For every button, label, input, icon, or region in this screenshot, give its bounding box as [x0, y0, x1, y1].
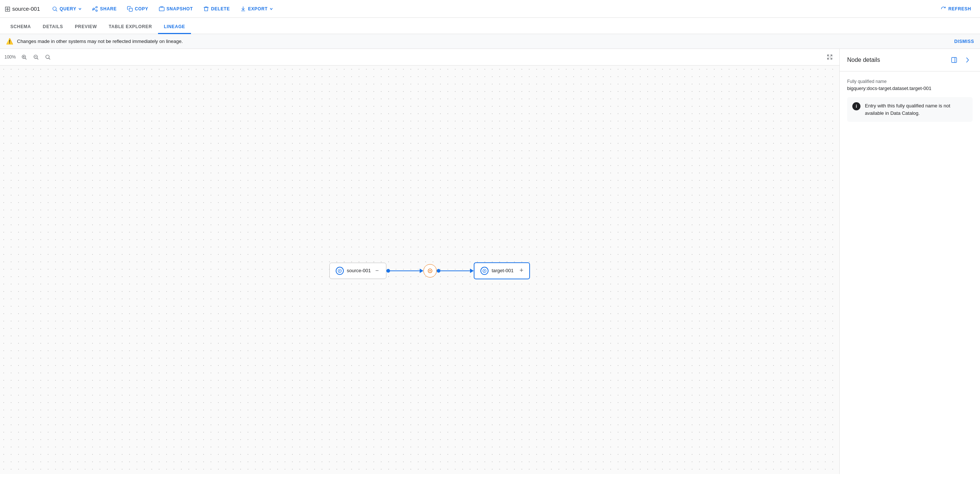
export-button[interactable]: EXPORT — [236, 4, 278, 14]
tabs-bar: SCHEMA DETAILS PREVIEW TABLE EXPLORER LI… — [0, 18, 980, 34]
export-dropdown-icon — [269, 7, 273, 11]
connector-arrow-1 — [420, 268, 423, 273]
connector-1 — [387, 268, 423, 273]
svg-line-20 — [49, 58, 50, 59]
svg-rect-27 — [951, 57, 957, 62]
fqn-field: Fully qualified name bigquery:docs-targe… — [847, 79, 973, 91]
svg-line-13 — [25, 58, 26, 59]
zoom-in-button[interactable] — [19, 52, 29, 62]
query-button[interactable]: QUERY — [48, 4, 86, 14]
connector-line-1 — [390, 270, 420, 271]
panel-expand-button[interactable] — [949, 55, 959, 65]
snapshot-icon — [159, 6, 165, 12]
grid-icon: ⊞ — [5, 5, 11, 13]
delete-icon — [203, 6, 209, 12]
connector-dot-2 — [437, 269, 441, 273]
svg-rect-9 — [129, 8, 132, 11]
source-node[interactable]: source-001 − — [329, 263, 387, 279]
source-node-collapse[interactable]: − — [375, 267, 379, 274]
zoom-in-icon — [21, 54, 27, 60]
refresh-button[interactable]: REFRESH — [936, 4, 975, 14]
toolbar: ⊞ source-001 QUERY SHARE COPY — [0, 0, 980, 18]
lineage-canvas[interactable]: source-001 − — [0, 65, 839, 474]
svg-point-22 — [339, 270, 340, 271]
delete-button[interactable]: DELETE — [199, 4, 234, 14]
connector-dot-1 — [387, 269, 390, 273]
snapshot-button[interactable]: SNAPSHOT — [154, 4, 197, 14]
info-message: Entry with this fully qualified name is … — [865, 102, 967, 116]
refresh-icon — [940, 6, 946, 12]
copy-icon — [127, 6, 133, 12]
source-node-icon — [336, 266, 344, 275]
main-area: 100% — [0, 49, 980, 474]
fullscreen-button[interactable] — [824, 52, 835, 62]
notice-bar: ⚠️ Changes made in other systems may not… — [0, 34, 980, 49]
middle-node[interactable] — [423, 264, 437, 278]
zoom-controls-bar: 100% — [0, 49, 839, 65]
panel-collapse-button[interactable] — [962, 55, 973, 65]
fqn-value: bigquery:docs-target.dataset.target-001 — [847, 86, 973, 91]
app-title: source-001 — [12, 6, 40, 12]
notice-text: Changes made in other systems may not be… — [17, 38, 183, 44]
panel-header: Node details — [840, 49, 980, 72]
zoom-out-button[interactable] — [31, 52, 41, 62]
canvas-container: 100% — [0, 49, 839, 474]
query-icon — [52, 6, 58, 12]
zoom-out-icon — [33, 54, 39, 60]
query-dropdown-icon — [78, 7, 82, 11]
fqn-label: Fully qualified name — [847, 79, 973, 84]
middle-node-icon — [426, 267, 434, 274]
tab-table-explorer[interactable]: TABLE EXPLORER — [103, 21, 158, 34]
tab-schema[interactable]: SCHEMA — [5, 21, 37, 34]
svg-line-1 — [56, 10, 57, 11]
tab-lineage[interactable]: LINEAGE — [158, 21, 191, 34]
fullscreen-icon — [827, 54, 833, 60]
dismiss-button[interactable]: DISMISS — [954, 39, 974, 44]
right-panel: Node details Fully qualified name — [839, 49, 980, 474]
export-icon — [240, 6, 246, 12]
svg-line-6 — [94, 9, 96, 10]
panel-title: Node details — [847, 57, 880, 63]
tab-details[interactable]: DETAILS — [37, 21, 69, 34]
connector-line-2 — [441, 270, 470, 271]
target-node-expand[interactable]: + — [520, 266, 524, 274]
info-box: i Entry with this fully qualified name i… — [847, 97, 973, 122]
svg-line-17 — [37, 58, 38, 59]
lineage-diagram: source-001 − — [329, 262, 530, 279]
svg-point-4 — [96, 10, 97, 11]
zoom-level: 100% — [5, 54, 16, 60]
tab-preview[interactable]: PREVIEW — [69, 21, 103, 34]
share-button[interactable]: SHARE — [88, 4, 121, 14]
target-node-icon — [480, 266, 488, 275]
svg-point-2 — [96, 6, 97, 8]
svg-rect-10 — [159, 7, 164, 11]
collapse-panel-icon — [964, 57, 971, 63]
connector-arrow-2 — [470, 268, 474, 273]
target-node[interactable]: target-001 + — [474, 262, 530, 279]
expand-panel-icon — [951, 57, 958, 63]
zoom-reset-icon — [45, 54, 51, 60]
svg-point-26 — [484, 270, 485, 271]
zoom-reset-button[interactable] — [43, 52, 53, 62]
source-node-label: source-001 — [347, 268, 371, 273]
warning-icon: ⚠️ — [6, 38, 13, 45]
panel-body: Fully qualified name bigquery:docs-targe… — [840, 72, 980, 474]
target-node-label: target-001 — [492, 268, 513, 273]
copy-button[interactable]: COPY — [123, 4, 153, 14]
connector-2 — [437, 268, 474, 273]
info-icon: i — [852, 102, 861, 110]
svg-line-5 — [94, 7, 96, 8]
share-icon — [92, 6, 98, 12]
svg-point-24 — [430, 270, 431, 271]
